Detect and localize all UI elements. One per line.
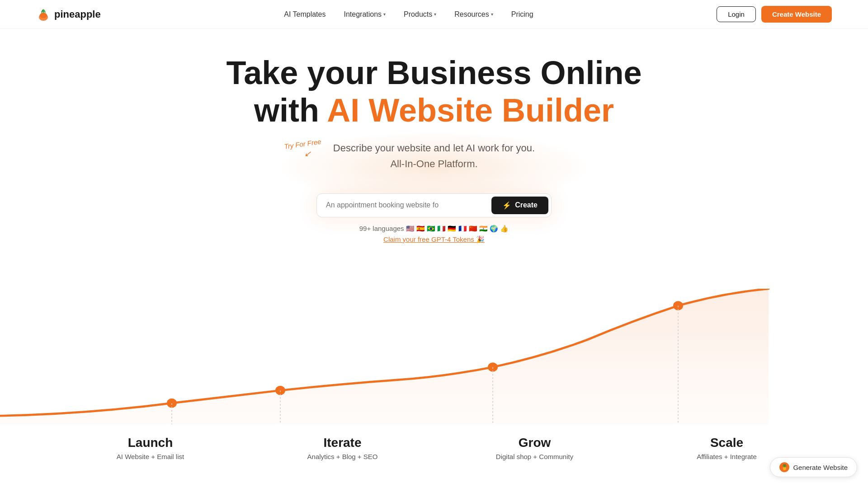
create-button[interactable]: ⚡ Create — [491, 197, 548, 214]
logo-link[interactable]: pineapple — [36, 7, 101, 22]
stage-iterate: Iterate Analytics + Blog + SEO — [293, 436, 392, 460]
logo-text: pineapple — [54, 9, 101, 20]
generate-website-button[interactable]: 🍍 Generate Website — [770, 457, 857, 477]
nav-item-integrations[interactable]: Integrations ▾ — [336, 7, 393, 22]
stage-scale: Scale Affiliates + Integrate — [677, 436, 777, 460]
nav-link-products[interactable]: Products ▾ — [396, 7, 443, 22]
hero-title: Take your Business Online with AI Websit… — [0, 54, 868, 129]
bolt-icon: ⚡ — [502, 201, 511, 210]
chevron-down-icon: ▾ — [491, 12, 493, 17]
login-button[interactable]: Login — [717, 6, 756, 22]
nav-link-ai-templates[interactable]: AI Templates — [277, 7, 333, 22]
stage-launch: Launch AI Website + Email list — [101, 436, 200, 460]
arrow-icon: ↙ — [289, 149, 326, 159]
hero-subtitle: Describe your website and let AI work fo… — [0, 140, 868, 172]
nav-link-resources[interactable]: Resources ▾ — [447, 7, 500, 22]
nav-links: AI Templates Integrations ▾ Products ▾ R… — [277, 7, 540, 22]
nav-link-integrations[interactable]: Integrations ▾ — [336, 7, 393, 22]
languages-row: 99+ languages 🇺🇸 🇪🇸 🇧🇷 🇮🇹 🇩🇪 🇫🇷 🇨🇳 🇮🇳 🌍 … — [0, 225, 868, 244]
nav-link-pricing[interactable]: Pricing — [504, 7, 541, 22]
nav-item-resources[interactable]: Resources ▾ — [447, 7, 500, 22]
website-description-input[interactable] — [326, 201, 491, 209]
create-box: ⚡ Create — [316, 193, 552, 217]
chevron-down-icon: ▾ — [383, 12, 386, 17]
hero-section: Take your Business Online with AI Websit… — [0, 0, 868, 244]
chevron-down-icon: ▾ — [434, 12, 436, 17]
nav-actions: Login Create Website — [717, 6, 832, 23]
navbar: pineapple AI Templates Integrations ▾ Pr… — [0, 0, 868, 29]
nav-item-pricing[interactable]: Pricing — [504, 7, 541, 22]
create-website-button[interactable]: Create Website — [761, 6, 832, 23]
logo-icon — [36, 7, 51, 22]
nav-item-ai-templates[interactable]: AI Templates — [277, 7, 333, 22]
growth-chart — [0, 289, 868, 424]
nav-item-products[interactable]: Products ▾ — [396, 7, 443, 22]
generate-icon: 🍍 — [779, 462, 789, 472]
chart-section: Launch AI Website + Email list Iterate A… — [0, 271, 868, 460]
claim-tokens-link[interactable]: Claim your free GPT-4 Tokens 🎉 — [0, 235, 868, 244]
stage-grow: Grow Digital shop + Community — [485, 436, 585, 460]
